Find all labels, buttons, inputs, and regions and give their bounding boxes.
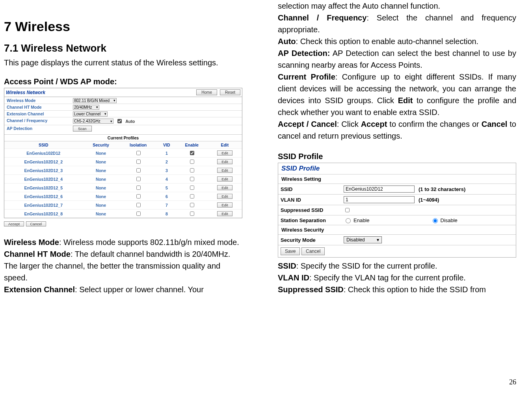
enable-checkbox[interactable]: [190, 186, 194, 190]
channel-frequency-select[interactable]: Ch5-2.432GHz ▾: [73, 119, 113, 124]
disable-radio[interactable]: [433, 218, 438, 223]
extension-channel-select[interactable]: Lower Channel▾: [73, 111, 108, 117]
chevron-down-icon: ▾: [96, 105, 98, 109]
ssid-hint: (1 to 32 characters): [419, 186, 465, 192]
ac-t2: to confirm the changes or: [387, 120, 481, 128]
table-row: EnGenius102D12_7None7Edit: [4, 201, 242, 210]
enable-checkbox[interactable]: [190, 203, 194, 207]
profile-security: None: [82, 192, 119, 201]
column-header: Edit: [208, 141, 242, 149]
chevron-down-icon: ▾: [104, 112, 106, 116]
ssid-profile-heading: SSID Profile: [278, 152, 516, 161]
table-row: EnGenius102D12_5None5Edit: [4, 184, 242, 192]
isolation-checkbox[interactable]: [136, 177, 141, 181]
enable-checkbox[interactable]: [190, 151, 194, 155]
wireless-security-header: Wireless Security: [278, 225, 516, 234]
ssid-profile-panel: SSID Profile Wireless Setting SSID (1 to…: [278, 163, 516, 258]
channel-frequency-label: Channel / Frequency: [4, 117, 71, 125]
profile-enable: [176, 175, 208, 184]
profile-enable: [176, 149, 208, 158]
profile-enable: [176, 184, 208, 192]
page-number: 26: [0, 378, 532, 386]
enable-checkbox[interactable]: [190, 177, 194, 181]
wireless-setting-header: Wireless Setting: [278, 174, 516, 184]
security-mode-label: Security Mode: [281, 237, 340, 243]
accept-button[interactable]: Accept: [4, 221, 24, 226]
wireless-mode-select[interactable]: 802.11 B/G/N Mixed▾: [73, 98, 117, 103]
extension-channel-label: Extension Channel: [4, 111, 71, 117]
profile-edit-cell: Edit: [208, 175, 242, 184]
vlan-desc: : Specify the VLAN tag for the current p…: [309, 273, 466, 282]
profile-ssid: EnGenius102D12_5: [4, 184, 82, 192]
table-row: EnGenius102D12_6None6Edit: [4, 192, 242, 201]
isolation-checkbox[interactable]: [136, 151, 141, 155]
save-button[interactable]: Save: [281, 247, 300, 255]
edit-button[interactable]: Edit: [217, 211, 232, 216]
profile-security: None: [82, 201, 119, 210]
edit-button[interactable]: Edit: [217, 150, 232, 156]
enable-checkbox[interactable]: [190, 211, 194, 216]
isolation-checkbox[interactable]: [136, 160, 141, 164]
mode-label: Access Point / WDS AP mode:: [4, 77, 242, 86]
isolation-checkbox[interactable]: [136, 203, 141, 207]
security-mode-select[interactable]: Disabled▾: [344, 236, 382, 243]
profile-ssid: EnGenius102D12_3: [4, 166, 82, 175]
intro-text: This page displays the current status of…: [4, 57, 242, 69]
ssid-label: SSID: [281, 186, 340, 192]
ap-detection-desc-label: AP Detection:: [278, 49, 330, 58]
edit-button[interactable]: Edit: [217, 185, 232, 190]
station-separation-label: Station Separation: [281, 217, 340, 223]
profile-edit-cell: Edit: [208, 149, 242, 158]
column-header: VID: [157, 141, 176, 149]
enable-checkbox[interactable]: [190, 168, 194, 173]
profile-edit-cell: Edit: [208, 158, 242, 166]
isolation-checkbox[interactable]: [136, 168, 141, 173]
ht-mode-label: Channel HT Mode: [4, 104, 71, 110]
ac-t1: : Click: [337, 120, 361, 128]
profile-edit-cell: Edit: [208, 184, 242, 192]
accept-cancel-desc-label: Accept / Cancel: [278, 120, 337, 128]
enable-radio[interactable]: [346, 218, 351, 223]
table-row: EnGenius102D12_3None3Edit: [4, 166, 242, 175]
profile-edit-cell: Edit: [208, 210, 242, 218]
vlan-desc-label: VLAN ID: [278, 273, 309, 282]
vlan-id-input[interactable]: [344, 196, 415, 203]
chevron-down-icon: ▾: [377, 237, 379, 243]
profile-vid: 5: [157, 184, 176, 192]
isolation-checkbox[interactable]: [136, 194, 141, 198]
profile-security: None: [82, 149, 119, 158]
scan-button[interactable]: Scan: [73, 126, 92, 132]
wireless-mode-value: 802.11 B/G/N Mixed: [74, 98, 110, 103]
profile-vid: 4: [157, 175, 176, 184]
profile-isolation: [119, 166, 157, 175]
profile-isolation: [119, 175, 157, 184]
cancel-button[interactable]: Cancel: [26, 221, 47, 226]
current-profiles-header: Current Profiles: [4, 134, 242, 141]
edit-button[interactable]: Edit: [217, 159, 232, 164]
edit-button[interactable]: Edit: [217, 168, 232, 173]
enable-checkbox[interactable]: [190, 160, 194, 164]
auto-checkbox[interactable]: [117, 119, 122, 123]
auto-desc-label: Auto: [278, 37, 296, 46]
panel-title: Wireless Network: [6, 90, 45, 95]
profile-security: None: [82, 184, 119, 192]
ht-mode-select[interactable]: 20/40MHz▾: [73, 105, 99, 110]
isolation-checkbox[interactable]: [136, 211, 141, 216]
ssid-panel-title: SSID Profile: [278, 163, 516, 174]
cancel-button-2[interactable]: Cancel: [301, 247, 325, 255]
profile-isolation: [119, 149, 157, 158]
edit-button[interactable]: Edit: [217, 202, 232, 208]
reset-button[interactable]: Reset: [220, 89, 240, 95]
profile-vid: 1: [157, 149, 176, 158]
disable-label: Disable: [441, 217, 458, 223]
isolation-checkbox[interactable]: [136, 186, 141, 190]
edit-button[interactable]: Edit: [217, 194, 232, 199]
enable-checkbox[interactable]: [190, 194, 194, 198]
edit-button[interactable]: Edit: [217, 176, 232, 182]
profile-vid: 7: [157, 201, 176, 210]
suppressed-ssid-checkbox[interactable]: [345, 208, 350, 212]
home-button[interactable]: Home: [196, 89, 217, 95]
profile-enable: [176, 201, 208, 210]
ssid-input[interactable]: [344, 186, 415, 193]
profile-edit-cell: Edit: [208, 192, 242, 201]
